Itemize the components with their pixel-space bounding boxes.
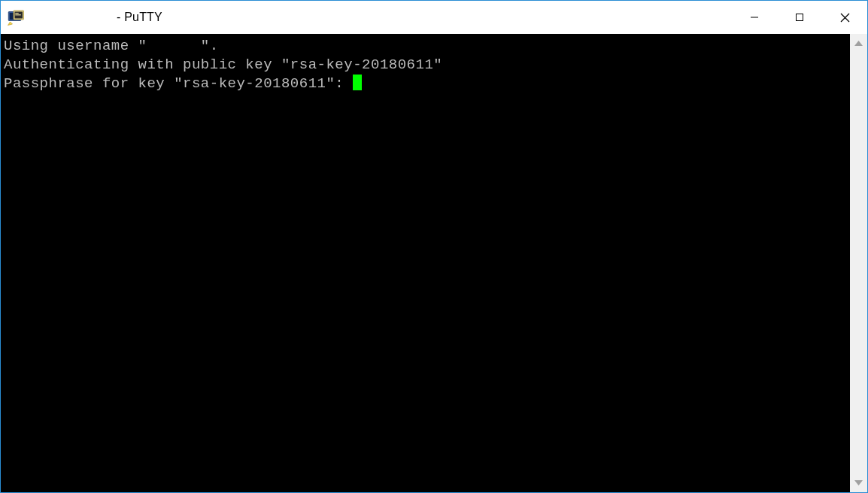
client-area: Using username " ".Authenticating with p… xyxy=(1,34,867,492)
terminal-line: Using username " ". xyxy=(4,37,848,56)
terminal-line-prompt: Passphrase for key "rsa-key-20180611": xyxy=(4,75,848,93)
minimize-button[interactable] xyxy=(732,1,777,34)
svg-rect-4 xyxy=(15,13,19,14)
prompt-text: Passphrase for key "rsa-key-20180611": xyxy=(4,75,353,92)
maximize-button[interactable] xyxy=(777,1,822,34)
title-bar: - PuTTY xyxy=(1,1,867,34)
svg-rect-5 xyxy=(15,14,21,15)
cursor-block xyxy=(353,75,362,90)
svg-rect-7 xyxy=(797,14,803,21)
terminal-output[interactable]: Using username " ".Authenticating with p… xyxy=(1,34,850,492)
putty-icon xyxy=(7,8,25,26)
scroll-down-arrow-icon[interactable] xyxy=(852,476,865,489)
close-button[interactable] xyxy=(822,1,867,34)
vertical-scrollbar[interactable] xyxy=(850,34,867,492)
terminal-line: Authenticating with public key "rsa-key-… xyxy=(4,56,848,75)
scroll-up-arrow-icon[interactable] xyxy=(852,37,865,50)
window-title: - PuTTY xyxy=(34,11,162,24)
